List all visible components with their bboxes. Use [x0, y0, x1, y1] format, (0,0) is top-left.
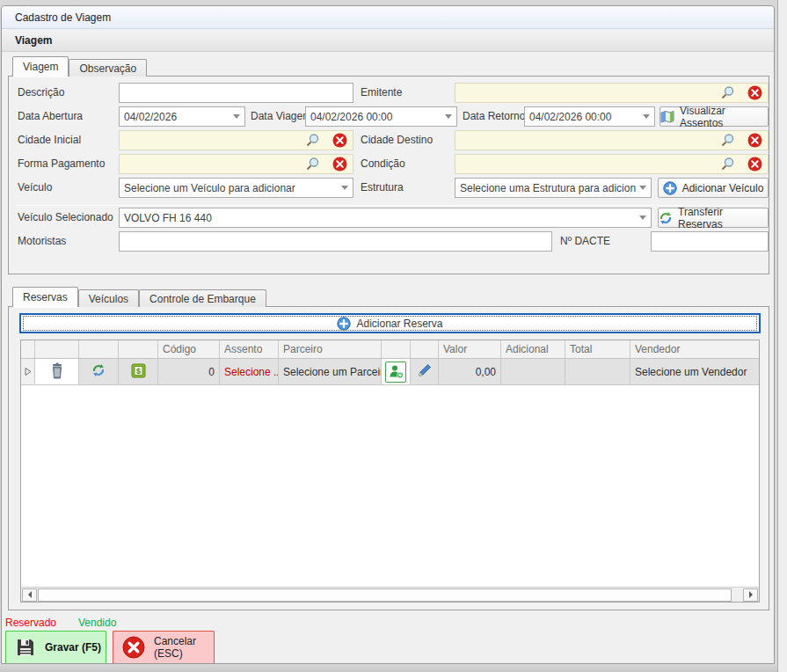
chevron-down-icon: [233, 114, 240, 119]
veiculo-combo[interactable]: Selecione um Veículo para adicionar: [119, 178, 353, 198]
header-delete[interactable]: [35, 340, 79, 358]
cell-assento[interactable]: Selecione ...: [220, 359, 279, 384]
adicionar-reserva-label: Adicionar Reserva: [356, 318, 442, 330]
tab-controle-embarque[interactable]: Controle de Embarque: [139, 289, 266, 307]
save-icon: [15, 637, 36, 658]
estrutura-combo[interactable]: Selecione uma Estrutura para adicionar: [455, 178, 652, 198]
data-abertura-picker[interactable]: 04/02/2026: [119, 106, 245, 127]
row-indicator: [21, 359, 35, 384]
header-codigo[interactable]: Código: [158, 340, 220, 358]
cancelar-button[interactable]: Cancelar (ESC): [113, 631, 215, 664]
header-indicator: [21, 340, 35, 358]
veiculo-label: Veículo: [18, 178, 52, 198]
pencil-icon: [418, 363, 432, 380]
tab-viagem[interactable]: Viagem: [12, 56, 69, 77]
cidade-destino-lookup[interactable]: [455, 130, 769, 150]
transferir-reservas-button[interactable]: Transferir Reservas: [658, 208, 769, 228]
clear-icon[interactable]: [332, 133, 347, 148]
tab-observacao[interactable]: Observação: [69, 59, 147, 77]
chevron-down-icon: [643, 114, 650, 119]
veiculo-selecionado-combo[interactable]: VOLVO FH 16 440: [119, 208, 652, 228]
emitente-lookup[interactable]: [455, 83, 769, 103]
visualizar-assentos-button[interactable]: Visualizar Assentos: [659, 106, 769, 127]
scroll-right-button[interactable]: [743, 588, 758, 602]
data-viagem-picker[interactable]: 04/02/2026 00:00: [305, 106, 457, 127]
descricao-input[interactable]: [119, 83, 353, 103]
plus-circle-icon: [663, 181, 677, 195]
search-icon[interactable]: [305, 133, 320, 148]
horizontal-scrollbar: [21, 587, 759, 602]
add-person-button[interactable]: [382, 359, 411, 384]
legend-reservado: Reservado: [5, 617, 56, 629]
search-icon[interactable]: [720, 85, 735, 100]
header-money[interactable]: [119, 340, 158, 358]
cell-parceiro[interactable]: Selecione um Parceiro: [279, 359, 382, 384]
cancelar-label: Cancelar (ESC): [154, 635, 214, 660]
condicao-lookup[interactable]: [455, 154, 769, 174]
header-edit[interactable]: [411, 340, 439, 358]
legend-vendido: Vendido: [78, 617, 116, 629]
data-retorno-picker[interactable]: 04/02/2026 00:00: [524, 106, 655, 127]
cell-valor[interactable]: 0,00: [439, 359, 501, 384]
delete-row-button[interactable]: [35, 359, 79, 384]
reservas-tab-page: Adicionar Reserva Código Assento Parceir…: [8, 306, 769, 610]
motoristas-input[interactable]: [119, 231, 552, 252]
header-parceiro[interactable]: Parceiro: [279, 340, 382, 358]
condicao-label: Condição: [361, 154, 405, 174]
n-dacte-input[interactable]: [651, 231, 769, 252]
svg-text:$: $: [135, 366, 140, 375]
background-window-bottom: [0, 664, 777, 672]
cidade-inicial-lookup[interactable]: [119, 130, 353, 150]
header-assento[interactable]: Assento: [220, 340, 279, 358]
scrollbar-thumb[interactable]: [38, 588, 732, 602]
adicionar-reserva-button[interactable]: Adicionar Reserva: [19, 313, 761, 333]
emitente-label: Emitente: [361, 83, 402, 103]
transferir-reservas-label: Transferir Reservas: [678, 206, 768, 230]
group-header: Viagem: [2, 30, 774, 52]
background-window-edge: [777, 0, 787, 672]
plus-circle-icon: [337, 317, 351, 331]
cancel-icon: [122, 636, 145, 659]
header-vendedor[interactable]: Vendedor: [630, 340, 759, 358]
cadastro-viagem-dialog: Cadastro de Viagem Viagem Viagem Observa…: [1, 5, 775, 664]
tab-reservas[interactable]: Reservas: [12, 287, 78, 307]
edit-row-button[interactable]: [411, 359, 439, 384]
header-person-add[interactable]: [382, 340, 411, 358]
search-icon[interactable]: [305, 157, 320, 172]
header-refresh[interactable]: [79, 340, 119, 358]
map-icon: [660, 111, 674, 123]
adicionar-veiculo-label: Adicionar Veículo: [682, 182, 764, 194]
adicionar-veiculo-button[interactable]: Adicionar Veículo: [658, 178, 769, 198]
data-abertura-label: Data Abertura: [18, 106, 83, 127]
reservas-grid: Código Assento Parceiro Valor Adicional …: [20, 340, 760, 603]
table-row: $ 0 Selecione ... Selecione um Parceiro …: [21, 359, 759, 385]
chevron-down-icon: [341, 186, 348, 190]
cell-codigo: 0: [158, 359, 220, 384]
gravar-button[interactable]: Gravar (F5): [5, 631, 106, 664]
data-retorno-label: Data Retorno: [463, 106, 525, 127]
clear-icon[interactable]: [747, 133, 762, 148]
tab-viagem-label: Viagem: [23, 61, 58, 73]
header-total[interactable]: Total: [565, 340, 630, 358]
estrutura-value: Selecione uma Estrutura para adicionar: [460, 182, 636, 194]
cidade-destino-label: Cidade Destino: [361, 130, 433, 150]
search-icon[interactable]: [720, 133, 735, 148]
clear-icon[interactable]: [747, 157, 762, 172]
forma-pagamento-lookup[interactable]: [119, 154, 353, 174]
header-valor[interactable]: Valor: [439, 340, 501, 358]
veiculo-value: Selecione um Veículo para adicionar: [124, 182, 338, 194]
scroll-left-button[interactable]: [22, 588, 37, 602]
n-dacte-label: Nº DACTE: [560, 231, 610, 252]
transfer-icon: [659, 211, 673, 225]
tab-observacao-label: Observação: [79, 62, 136, 75]
search-icon[interactable]: [720, 157, 735, 172]
money-row-button[interactable]: $: [119, 359, 158, 384]
clear-icon[interactable]: [332, 157, 347, 172]
clear-icon[interactable]: [747, 85, 762, 100]
cell-vendedor[interactable]: Selecione um Vendedor: [630, 359, 759, 384]
chevron-down-icon: [639, 186, 646, 190]
tab-veiculos[interactable]: Veículos: [78, 289, 139, 307]
refresh-row-button[interactable]: [79, 359, 119, 384]
header-adicional[interactable]: Adicional: [501, 340, 565, 358]
data-viagem-label: Data Viagem: [251, 106, 311, 127]
